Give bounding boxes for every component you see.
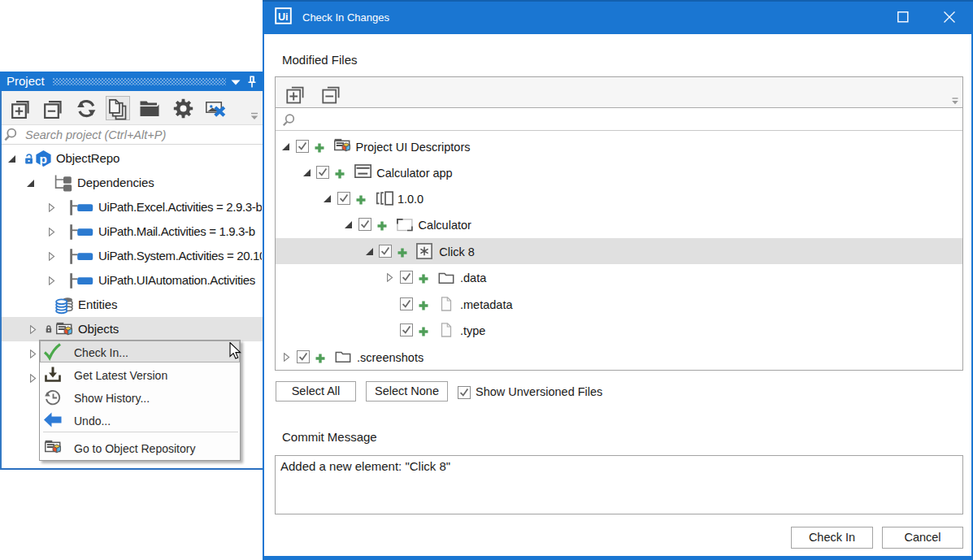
svg-text:p: p xyxy=(40,152,47,166)
svg-text:Ui: Ui xyxy=(278,11,289,23)
